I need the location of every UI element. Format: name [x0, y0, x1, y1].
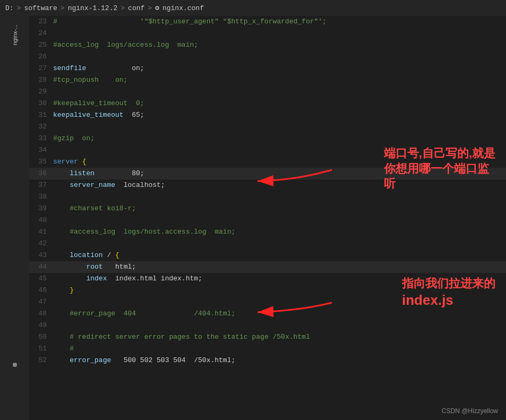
token-brace: {	[115, 251, 119, 259]
token-normal	[53, 310, 70, 318]
line-content: sendfile on;	[53, 63, 506, 74]
token-comment: # '"$http_user_agent" "$http_x_forwarded…	[53, 18, 327, 25]
line-number: 39	[29, 203, 53, 215]
token-comment: #error_page 404 /404.html;	[70, 310, 235, 318]
token-normal	[53, 356, 70, 364]
token-comment: #keepalive_timeout 0;	[53, 99, 144, 107]
title-bar: D: > software > nginx-1.12.2 > conf > ⚙ …	[0, 0, 506, 16]
line-content: #access_log logs/access.log main;	[53, 39, 506, 51]
line-content	[53, 215, 506, 226]
token-normal: index.html index.htm;	[107, 275, 202, 282]
token-normal: 65;	[124, 111, 144, 119]
line-content: #access_log logs/host.access.log main;	[53, 226, 506, 238]
sidebar-label: nginx-...	[12, 24, 18, 45]
line-number: 50	[29, 331, 53, 343]
watermark: CSDN @Hizzyellow	[442, 407, 498, 415]
code-line: 43 location / {	[29, 250, 506, 261]
line-number: 48	[29, 308, 53, 320]
line-number: 31	[29, 109, 53, 121]
line-number: 23	[29, 16, 53, 28]
code-line: 33#gzip on;	[29, 133, 506, 144]
token-brace: }	[70, 286, 74, 294]
token-normal	[53, 286, 70, 294]
line-number: 38	[29, 191, 53, 203]
token-directive: root	[86, 263, 102, 271]
token-brace: {	[82, 158, 87, 166]
line-number: 46	[29, 285, 53, 296]
code-line: 27sendfile on;	[29, 63, 506, 74]
code-line: 35server {	[29, 156, 506, 168]
line-content: listen 80;	[53, 168, 506, 179]
code-line: 41 #access_log logs/host.access.log main…	[29, 226, 506, 238]
line-number: 49	[29, 320, 53, 331]
token-normal: 500 502 503 504 /50x.html;	[111, 356, 235, 364]
token-comment: #access_log logs/host.access.log main;	[70, 228, 235, 236]
token-normal: 80;	[95, 169, 144, 177]
line-number: 28	[29, 74, 53, 86]
code-line: 28#tcp_nopush on;	[29, 74, 506, 86]
line-number: 25	[29, 39, 53, 51]
line-content	[53, 296, 506, 308]
breadcrumb-nginx: nginx-1.12.2	[68, 4, 118, 12]
token-directive: server_name	[70, 181, 115, 189]
line-number: 42	[29, 238, 53, 250]
line-content: }	[53, 285, 506, 296]
line-number: 51	[29, 343, 53, 355]
code-line: 25#access_log logs/access.log main;	[29, 39, 506, 51]
token-normal: localhost;	[115, 181, 165, 189]
token-normal	[53, 263, 86, 271]
editor[interactable]: 23# '"$http_user_agent" "$http_x_forward…	[29, 16, 506, 420]
main-area: nginx-... 23# '"$http_user_agent" "$http…	[0, 16, 506, 420]
line-content: error_page 500 502 503 504 /50x.html;	[53, 355, 506, 366]
token-directive: sendfile	[53, 64, 86, 72]
line-content	[53, 320, 506, 331]
line-number: 24	[29, 28, 53, 39]
line-content: #gzip on;	[53, 133, 506, 144]
token-comment: #gzip on;	[53, 134, 95, 142]
code-line: 51 #	[29, 343, 506, 355]
sidebar: nginx-...	[0, 16, 29, 420]
token-normal	[53, 228, 70, 236]
code-line: 32	[29, 121, 506, 133]
token-keyword: server	[53, 158, 78, 166]
line-content: root html;	[53, 261, 506, 273]
line-content: location / {	[53, 250, 506, 261]
line-content	[53, 238, 506, 250]
line-content	[53, 51, 506, 63]
code-line: 48 #error_page 404 /404.html;	[29, 308, 506, 320]
code-line: 49	[29, 320, 506, 331]
line-number: 41	[29, 226, 53, 238]
line-number: 40	[29, 215, 53, 226]
line-content: # '"$http_user_agent" "$http_x_forwarded…	[53, 16, 506, 28]
line-number: 35	[29, 156, 53, 168]
breadcrumb-conf: conf	[128, 4, 144, 12]
breadcrumb-software: software	[24, 4, 57, 12]
token-comment: # redirect server error pages to the sta…	[70, 333, 310, 341]
code-line: 24	[29, 28, 506, 39]
code-line: 50 # redirect server error pages to the …	[29, 331, 506, 343]
line-content: index index.html index.htm;	[53, 273, 506, 285]
code-line: 45 index index.html index.htm;	[29, 273, 506, 285]
code-line: 26	[29, 51, 506, 63]
line-content	[53, 191, 506, 203]
token-comment: #tcp_nopush on;	[53, 76, 127, 84]
line-number: 52	[29, 355, 53, 366]
line-number: 47	[29, 296, 53, 308]
code-line: 23# '"$http_user_agent" "$http_x_forward…	[29, 16, 506, 28]
code-line: 31keepalive_timeout 65;	[29, 109, 506, 121]
code-container: 23# '"$http_user_agent" "$http_x_forward…	[29, 16, 506, 366]
token-normal: html;	[103, 263, 136, 271]
line-content: server {	[53, 156, 506, 168]
sidebar-dot	[13, 363, 17, 367]
token-directive: index	[86, 275, 107, 282]
line-number: 29	[29, 86, 53, 98]
line-number: 26	[29, 51, 53, 63]
line-content	[53, 86, 506, 98]
code-line: 30#keepalive_timeout 0;	[29, 98, 506, 109]
token-directive: listen	[70, 169, 95, 177]
line-number: 27	[29, 63, 53, 74]
line-content: # redirect server error pages to the sta…	[53, 331, 506, 343]
breadcrumb-file: nginx.conf	[162, 4, 204, 12]
line-number: 43	[29, 250, 53, 261]
line-number: 37	[29, 179, 53, 191]
